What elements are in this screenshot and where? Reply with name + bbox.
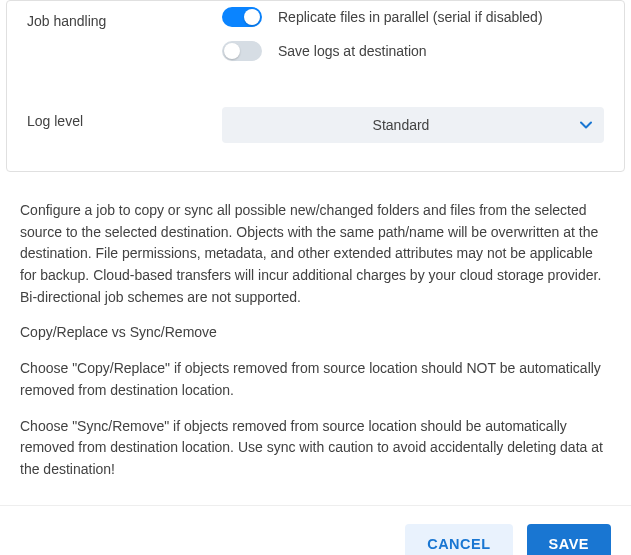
description-p3: Choose "Copy/Replace" if objects removed… xyxy=(20,358,611,401)
toggle-save-logs-label: Save logs at destination xyxy=(278,43,427,59)
spacer xyxy=(27,83,604,107)
toggle-parallel-label: Replicate files in parallel (serial if d… xyxy=(278,9,543,25)
toggle-savelogs-line: Save logs at destination xyxy=(222,41,604,61)
log-level-row: Log level Standard xyxy=(27,107,604,143)
description-p1: Configure a job to copy or sync all poss… xyxy=(20,200,611,308)
job-handling-label: Job handling xyxy=(27,7,222,29)
save-button[interactable]: SAVE xyxy=(527,524,611,555)
toggle-knob-icon xyxy=(244,9,260,25)
log-level-select-wrap: Standard xyxy=(222,107,604,143)
toggle-save-logs[interactable] xyxy=(222,41,262,61)
footer-actions: CANCEL SAVE xyxy=(0,505,631,555)
description-p2: Copy/Replace vs Sync/Remove xyxy=(20,322,611,344)
log-level-label: Log level xyxy=(27,107,222,129)
job-handling-row: Job handling Replicate files in parallel… xyxy=(27,7,604,75)
cancel-button[interactable]: CANCEL xyxy=(405,524,512,555)
description-p4: Choose "Sync/Remove" if objects removed … xyxy=(20,416,611,481)
log-level-control: Standard xyxy=(222,107,604,143)
toggle-parallel-line: Replicate files in parallel (serial if d… xyxy=(222,7,604,27)
log-level-select[interactable]: Standard xyxy=(222,107,604,143)
toggle-knob-icon xyxy=(224,43,240,59)
toggle-parallel[interactable] xyxy=(222,7,262,27)
settings-panel: Job handling Replicate files in parallel… xyxy=(6,0,625,172)
job-handling-controls: Replicate files in parallel (serial if d… xyxy=(222,7,604,75)
description-block: Configure a job to copy or sync all poss… xyxy=(0,172,631,505)
